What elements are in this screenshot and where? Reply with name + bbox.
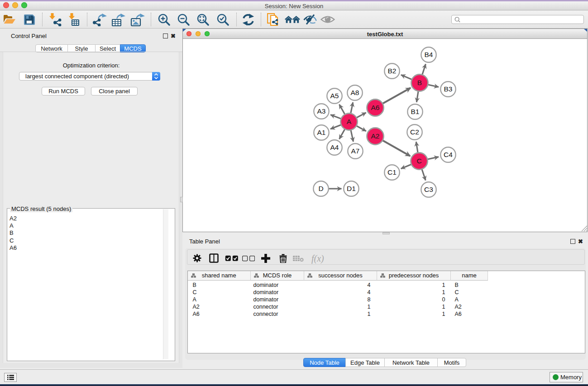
svg-text:B3: B3 <box>444 85 453 93</box>
svg-text:B: B <box>417 79 422 86</box>
svg-text:D1: D1 <box>347 185 356 192</box>
svg-text:A7: A7 <box>351 147 360 155</box>
svg-text:D: D <box>318 185 323 192</box>
svg-text:C1: C1 <box>387 168 397 176</box>
svg-text:A2: A2 <box>371 132 380 140</box>
svg-text:A8: A8 <box>351 89 359 96</box>
svg-text:B1: B1 <box>411 108 420 115</box>
svg-text:B2: B2 <box>388 67 397 75</box>
svg-text:A6: A6 <box>371 104 380 111</box>
svg-text:A3: A3 <box>317 107 326 115</box>
svg-text:C2: C2 <box>410 128 419 136</box>
svg-text:B4: B4 <box>425 51 433 58</box>
svg-text:A1: A1 <box>317 129 326 136</box>
svg-text:C: C <box>416 157 421 165</box>
svg-text:A: A <box>347 118 352 125</box>
svg-text:A4: A4 <box>330 143 339 151</box>
svg-text:C3: C3 <box>424 186 433 193</box>
svg-text:C4: C4 <box>444 151 453 158</box>
svg-text:A5: A5 <box>330 92 339 100</box>
